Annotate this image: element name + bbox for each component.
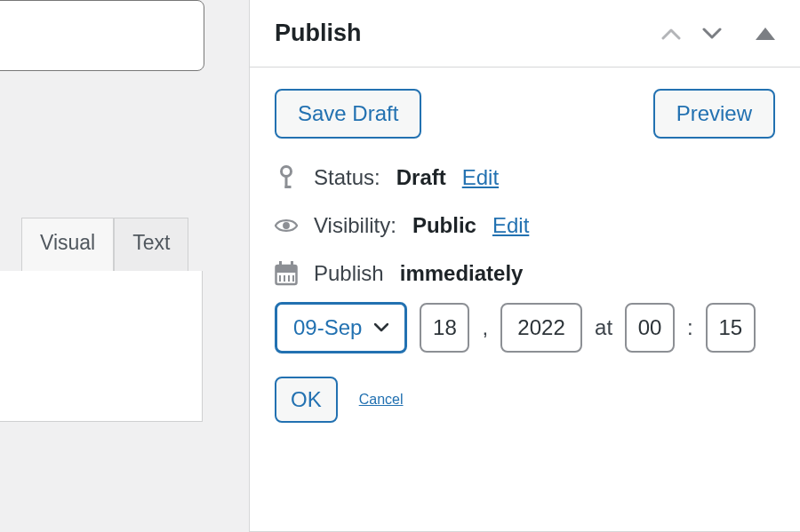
visibility-section: Visibility: Public Edit xyxy=(275,213,775,238)
visibility-label: Visibility: xyxy=(314,213,396,238)
preview-button[interactable]: Preview xyxy=(653,89,775,139)
schedule-label: Publish xyxy=(314,261,384,286)
status-label: Status: xyxy=(314,165,380,190)
publish-header-controls xyxy=(661,28,775,40)
move-up-icon[interactable] xyxy=(661,28,681,40)
status-edit-link[interactable]: Edit xyxy=(462,165,499,190)
title-input-box[interactable] xyxy=(0,0,204,71)
publish-body: Save Draft Preview Status: Draft Edit xyxy=(250,67,800,444)
visibility-edit-link[interactable]: Edit xyxy=(492,213,529,238)
schedule-date-row: 09-Sep 18 , 2022 at 00 : 15 xyxy=(275,302,775,353)
svg-rect-6 xyxy=(279,261,282,267)
month-select-value: 09-Sep xyxy=(293,315,362,340)
publish-buttons-row: Save Draft Preview xyxy=(275,89,775,139)
year-input[interactable]: 2022 xyxy=(500,303,582,353)
save-draft-button[interactable]: Save Draft xyxy=(275,89,421,139)
at-label: at xyxy=(595,315,612,340)
schedule-section: Publish immediately xyxy=(275,261,775,286)
svg-point-3 xyxy=(283,222,290,229)
day-input[interactable]: 18 xyxy=(420,303,469,353)
key-icon xyxy=(275,165,298,190)
collapse-panel-icon[interactable] xyxy=(756,28,775,40)
tab-text[interactable]: Text xyxy=(114,218,188,272)
schedule-confirm-row: OK Cancel xyxy=(275,377,775,423)
comma: , xyxy=(482,315,488,340)
schedule-immediately: immediately xyxy=(400,261,524,286)
svg-rect-5 xyxy=(276,266,297,273)
minute-input[interactable]: 15 xyxy=(706,303,756,353)
svg-rect-2 xyxy=(285,186,292,188)
ok-button[interactable]: OK xyxy=(275,377,338,423)
calendar-icon xyxy=(275,261,298,286)
svg-rect-7 xyxy=(291,261,293,267)
eye-icon xyxy=(275,217,298,234)
publish-title: Publish xyxy=(275,20,362,47)
tab-visual[interactable]: Visual xyxy=(21,218,114,272)
publish-header: Publish xyxy=(250,0,800,67)
colon: : xyxy=(687,315,693,340)
svg-point-0 xyxy=(282,167,292,177)
editor-tabs: Visual Text xyxy=(21,218,188,272)
editor-body[interactable] xyxy=(0,271,203,422)
publish-metabox: Publish Save Draft Preview Sta xyxy=(249,0,800,532)
status-value: Draft xyxy=(396,165,446,190)
hour-input[interactable]: 00 xyxy=(625,303,675,353)
move-down-icon[interactable] xyxy=(702,28,722,40)
cancel-link[interactable]: Cancel xyxy=(359,392,404,408)
status-section: Status: Draft Edit xyxy=(275,165,775,190)
month-select[interactable]: 09-Sep xyxy=(275,302,407,353)
visibility-value: Public xyxy=(412,213,476,238)
chevron-down-icon xyxy=(374,323,388,332)
